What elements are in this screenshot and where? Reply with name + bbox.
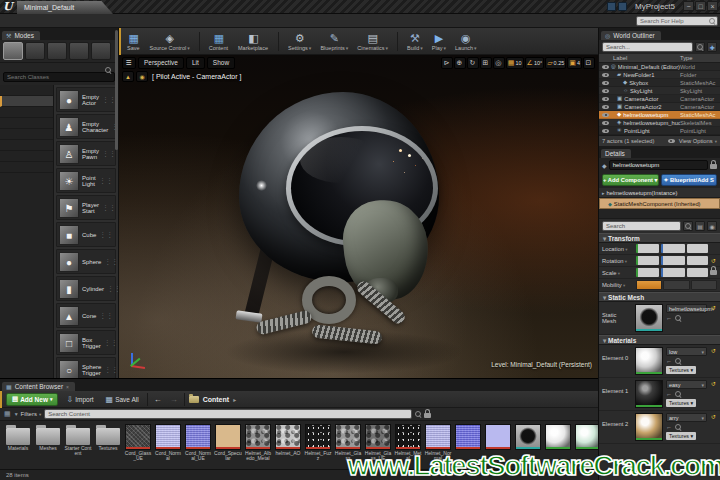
filters-button[interactable]: ▼Filters▾ [14, 411, 42, 417]
pilot-helmet-model[interactable] [224, 80, 464, 360]
place-item-sphere[interactable]: ● Sphere ⋮⋮ [56, 249, 116, 274]
scale-value-field[interactable] [687, 268, 708, 277]
camera-speed-button[interactable]: ▣4 [567, 57, 582, 69]
reset-static-mesh-icon[interactable]: ↺ [710, 304, 717, 311]
build-button[interactable]: ⚒ Build▾ [407, 32, 425, 51]
drag-handle[interactable]: ⋮⋮ [102, 150, 116, 158]
lock-icon[interactable] [424, 413, 431, 418]
rotation-value-field[interactable] [687, 256, 708, 265]
paint-mode-button[interactable] [25, 42, 45, 60]
rotation-value-field[interactable] [661, 256, 684, 265]
close-button[interactable]: × [707, 1, 718, 11]
breadcrumb[interactable]: Content [203, 396, 229, 403]
use-selected-asset-icon[interactable]: ← [666, 424, 672, 430]
maximize-button[interactable]: □ [695, 1, 706, 11]
static-mesh-dropdown[interactable]: helmetlowsetupm▾ [666, 304, 707, 313]
place-item-empty-pawn[interactable]: ♙ Empty Pawn ⋮⋮ [56, 141, 116, 166]
reset-material-icon[interactable]: ↺ [710, 347, 717, 354]
drag-handle[interactable]: ⋮⋮ [104, 339, 118, 347]
place-item-player-start[interactable]: ⚑ Player Start ⋮⋮ [56, 195, 116, 220]
modes-tab[interactable]: ⚒Modes [2, 31, 40, 40]
visibility-eye-icon[interactable] [602, 73, 609, 77]
use-selected-asset-icon[interactable]: ← [666, 391, 672, 397]
help-search-input[interactable] [636, 16, 718, 26]
drag-handle[interactable]: ⋮⋮ [102, 204, 116, 212]
browse-to-asset-icon[interactable] [675, 358, 681, 364]
mobility-stationary[interactable] [663, 280, 689, 290]
details-view-options-icon[interactable]: ◉ [707, 221, 717, 231]
breadcrumb-caret-icon[interactable]: ▸ [233, 396, 236, 403]
browse-to-asset-icon[interactable] [675, 391, 681, 397]
drag-handle[interactable]: ⋮⋮ [107, 285, 118, 293]
actor-name-field[interactable]: helmetlowsetupm [609, 160, 708, 170]
visibility-eye-icon[interactable] [602, 121, 609, 125]
scrollbar[interactable] [115, 30, 118, 150]
back-button[interactable]: ← [152, 395, 164, 404]
static-mesh-section-header[interactable]: Static Mesh [599, 292, 720, 302]
show-dropdown[interactable]: Show [207, 57, 235, 69]
import-button[interactable]: ⇩Import [62, 393, 97, 406]
use-selected-asset-icon[interactable]: ← [666, 315, 672, 321]
blueprints-button[interactable]: ✎ Blueprints▾ [320, 32, 350, 51]
drag-handle[interactable]: ⋮⋮ [99, 177, 113, 185]
outliner-settings-icon[interactable]: ✚ [707, 42, 717, 52]
eject-pilot-button[interactable]: ▲ [122, 71, 134, 82]
rotate-tool-button[interactable]: ↻ [467, 57, 479, 69]
source-control-button[interactable]: ◈ Source Control▾ [150, 32, 200, 51]
category-geometry[interactable] [0, 140, 53, 151]
column-type[interactable]: Type [680, 54, 720, 62]
place-item-cube[interactable]: ■ Cube ⋮⋮ [56, 222, 116, 247]
transform-section-header[interactable]: Transform [599, 233, 720, 243]
select-tool-button[interactable]: ⊳ [441, 57, 453, 69]
property-matrix-icon[interactable]: ▤ [695, 221, 705, 231]
visibility-eye-icon[interactable] [602, 105, 609, 109]
camera-icon[interactable]: ◉ [136, 71, 148, 82]
console-icon[interactable] [607, 2, 616, 11]
reset-material-icon[interactable]: ↺ [710, 413, 717, 420]
instance-row[interactable]: ▸helmetlowsetupm(Instance) [599, 188, 720, 198]
layout-icon[interactable] [618, 2, 627, 11]
place-item-point-light[interactable]: ☀ Point Light ⋮⋮ [56, 168, 116, 193]
add-component-button[interactable]: + Add Component ▾ [602, 174, 659, 186]
use-selected-asset-icon[interactable]: ← [666, 358, 672, 364]
content-search-input[interactable] [44, 409, 412, 419]
scale-snap-toggle[interactable]: ▱0.25 [545, 57, 566, 69]
details-tab[interactable]: Details [601, 149, 631, 158]
move-tool-button[interactable]: ⊕ [454, 57, 466, 69]
location-value-field[interactable] [661, 244, 684, 253]
static-mesh-component-row[interactable]: ◆StaticMeshComponent (Inherited) [599, 198, 720, 209]
category-volumes[interactable] [0, 151, 53, 162]
category-recently-placed[interactable] [0, 85, 53, 96]
sources-panel-toggle-icon[interactable]: ▦ [4, 410, 11, 418]
uniform-scale-lock-icon[interactable] [710, 270, 717, 275]
grid-snap-toggle[interactable]: ▦10 [506, 57, 524, 69]
drag-handle[interactable]: ⋮⋮ [104, 366, 118, 374]
place-mode-button[interactable] [3, 42, 23, 60]
search-classes-input[interactable] [3, 72, 115, 82]
browse-to-asset-icon[interactable] [675, 424, 681, 430]
scale-tool-button[interactable]: ⊞ [480, 57, 492, 69]
textures-dropdown-button[interactable]: Textures ▾ [666, 366, 696, 374]
foliage-mode-button[interactable] [69, 42, 89, 60]
minimize-button[interactable]: − [683, 1, 694, 11]
drag-handle[interactable]: ⋮⋮ [104, 258, 118, 266]
world-outliner-tab[interactable]: ◎World Outliner [601, 31, 661, 40]
lock-icon[interactable] [710, 164, 717, 169]
category-all-classes[interactable] [0, 162, 53, 173]
add-new-button[interactable]: ▤Add New▾ [6, 393, 58, 406]
drag-handle[interactable]: ⋮⋮ [99, 231, 113, 239]
geometry-mode-button[interactable] [91, 42, 111, 60]
landscape-mode-button[interactable] [47, 42, 67, 60]
location-value-field[interactable] [636, 244, 659, 253]
material-dropdown[interactable]: arry▾ [666, 413, 707, 422]
visibility-eye-icon[interactable] [602, 113, 609, 117]
reset-material-icon[interactable]: ↺ [710, 380, 717, 387]
settings-button[interactable]: ⚙ Settings▾ [288, 32, 313, 51]
save-all-button[interactable]: ▦Save All [102, 393, 143, 406]
maximize-viewport-button[interactable]: ⊡ [583, 57, 595, 69]
material-dropdown[interactable]: easy▾ [666, 380, 707, 389]
visibility-eye-icon[interactable] [602, 89, 609, 93]
place-item-box-trigger[interactable]: □ Box Trigger ⋮⋮ [56, 330, 116, 355]
material-dropdown[interactable]: low▾ [666, 347, 707, 356]
materials-section-header[interactable]: Materials [599, 335, 720, 345]
